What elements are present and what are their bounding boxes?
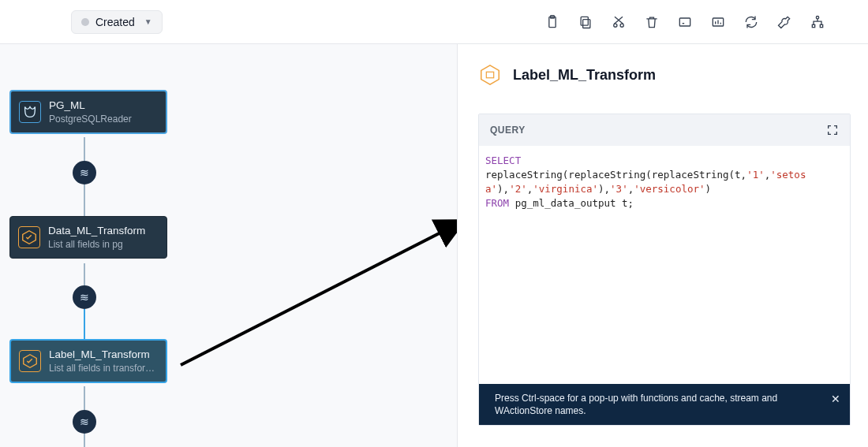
hint-bar: Press Ctrl-space for a pop-up with funct… [479, 384, 850, 425]
svg-line-13 [181, 221, 458, 365]
transform-icon [19, 350, 41, 372]
stream-icon[interactable]: ≋ [73, 161, 96, 184]
card-icon[interactable] [677, 14, 693, 30]
node-subtitle: List all fields in pg [48, 239, 157, 250]
cut-icon[interactable] [611, 14, 627, 30]
query-label: QUERY [490, 125, 526, 136]
stream-icon[interactable]: ≋ [73, 410, 96, 434]
node-pg-ml[interactable]: PG_ML PostgreSQLReader [9, 90, 167, 134]
node-subtitle: PostgreSQLReader [49, 114, 156, 125]
copy-icon[interactable] [578, 14, 593, 30]
status-dot-icon [81, 18, 89, 26]
stream-icon[interactable]: ≋ [73, 285, 96, 309]
transform-hex-icon [478, 63, 502, 87]
details-title: Label_ML_Transform [513, 67, 656, 84]
node-data-ml-transform[interactable]: Data_ML_Transform List all fields in pg [9, 216, 167, 259]
node-title: PG_ML [49, 99, 156, 111]
toolbar [544, 14, 855, 30]
svg-rect-9 [812, 24, 814, 27]
svg-marker-14 [481, 65, 499, 84]
connector-line [84, 434, 85, 447]
chevron-down-icon: ▼ [144, 17, 152, 26]
node-title: Label_ML_Transform [49, 348, 156, 360]
flow-canvas[interactable]: PG_ML PostgreSQLReader ≋ Data_ML_Transfo… [0, 44, 458, 447]
details-panel: Label_ML_Transform QUERY SELECT replaceS… [458, 44, 868, 447]
hierarchy-icon[interactable] [810, 14, 825, 30]
transform-icon [18, 226, 40, 248]
svg-point-8 [816, 16, 818, 18]
node-label-ml-transform[interactable]: Label_ML_Transform List all fields in tr… [9, 339, 167, 383]
connector-line [84, 184, 85, 216]
connector-line [84, 137, 85, 161]
status-dropdown[interactable]: Created ▼ [71, 10, 163, 34]
svg-rect-2 [583, 19, 590, 28]
query-editor[interactable]: SELECT replaceString(replaceString(repla… [479, 146, 850, 384]
connector-line [84, 309, 85, 339]
node-title: Data_ML_Transform [48, 225, 157, 237]
annotation-arrow-icon [178, 213, 458, 371]
svg-rect-6 [679, 18, 690, 26]
expand-icon[interactable] [826, 124, 839, 136]
status-label: Created [95, 16, 135, 28]
svg-rect-10 [820, 24, 822, 27]
close-icon[interactable]: ✕ [831, 392, 840, 407]
svg-rect-15 [486, 72, 493, 78]
hint-text: Press Ctrl-space for a pop-up with funct… [495, 393, 777, 416]
wrench-icon[interactable] [776, 14, 792, 30]
node-subtitle: List all fields in transfor… [49, 363, 156, 374]
clipboard-icon[interactable] [544, 14, 560, 30]
connector-line [84, 263, 85, 285]
postgres-icon [19, 101, 41, 123]
connector-line [84, 386, 85, 410]
topbar: Created ▼ [0, 0, 868, 44]
chart-icon[interactable] [710, 14, 726, 30]
query-panel: QUERY SELECT replaceString(replaceString… [478, 114, 851, 426]
svg-rect-3 [581, 17, 588, 25]
refresh-icon[interactable] [743, 14, 759, 30]
trash-icon[interactable] [644, 14, 660, 30]
